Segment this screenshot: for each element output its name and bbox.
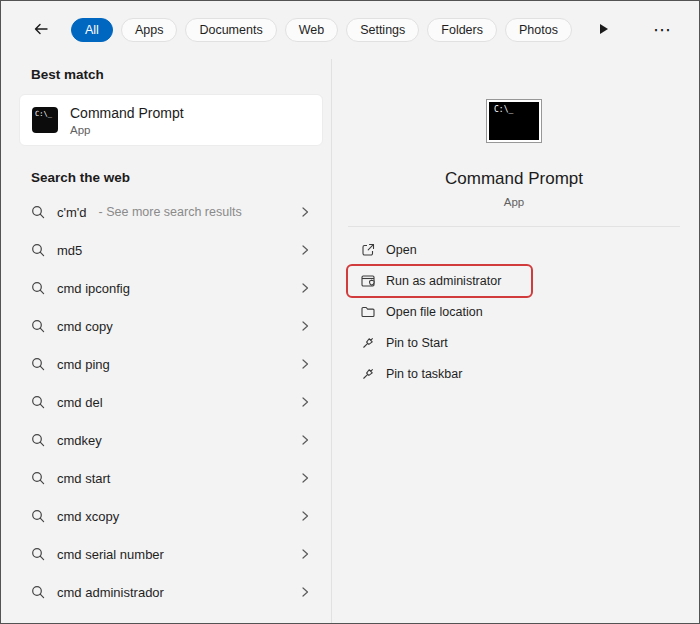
suggestion-text: c'm'd: [57, 205, 87, 220]
tab-folders[interactable]: Folders: [427, 18, 497, 43]
tab-settings[interactable]: Settings: [346, 18, 419, 43]
suggestion-text: cmdkey: [57, 433, 102, 448]
action-pin-to-taskbar[interactable]: Pin to taskbar: [348, 359, 474, 389]
action-open-file-location[interactable]: Open file location: [348, 297, 495, 327]
search-suggestion[interactable]: cmd copy: [19, 307, 323, 345]
suggestion-text: cmd ping: [57, 357, 110, 372]
search-suggestion[interactable]: cmd administrador: [19, 573, 323, 611]
filter-tabs: All Apps Documents Web Settings Folders …: [71, 18, 572, 43]
action-label: Pin to Start: [386, 336, 448, 350]
action-label: Run as administrator: [386, 274, 501, 288]
search-icon: [31, 243, 45, 257]
search-icon: [31, 471, 45, 485]
pin-icon: [360, 335, 376, 351]
best-match-item[interactable]: C:\_ Command Prompt App: [19, 94, 323, 146]
divider: [348, 226, 680, 227]
search-suggestion[interactable]: md5: [19, 231, 323, 269]
command-prompt-icon: C:\_: [32, 107, 58, 133]
search-suggestion[interactable]: cmdkey: [19, 421, 323, 459]
tab-all[interactable]: All: [71, 18, 113, 43]
chevron-right-icon: [299, 206, 311, 218]
tab-documents[interactable]: Documents: [185, 18, 276, 43]
web-suggestions-list: c'm'd - See more search results md5 cmd …: [19, 193, 323, 611]
app-subtitle: App: [332, 196, 696, 208]
suggestion-suffix: - See more search results: [99, 205, 242, 219]
search-suggestion[interactable]: cmd ipconfig: [19, 269, 323, 307]
action-label: Open file location: [386, 305, 483, 319]
open-icon: [360, 242, 376, 258]
action-open[interactable]: Open: [348, 235, 429, 265]
back-button[interactable]: [27, 17, 55, 44]
search-suggestion[interactable]: cmd xcopy: [19, 497, 323, 535]
tab-photos[interactable]: Photos: [505, 18, 572, 43]
suggestion-text: cmd serial number: [57, 547, 164, 562]
best-match-subtitle: App: [70, 124, 184, 136]
chevron-right-icon: [299, 358, 311, 370]
folder-icon: [360, 304, 376, 320]
search-icon: [31, 205, 45, 219]
action-label: Pin to taskbar: [386, 367, 462, 381]
app-title: Command Prompt: [332, 169, 696, 189]
suggestion-text: cmd del: [57, 395, 103, 410]
search-suggestion[interactable]: cmd serial number: [19, 535, 323, 573]
chevron-right-icon: [299, 282, 311, 294]
suggestion-text: cmd ipconfig: [57, 281, 130, 296]
tab-apps[interactable]: Apps: [121, 18, 178, 43]
chevron-right-icon: [299, 586, 311, 598]
preview-toggle-button[interactable]: [595, 19, 613, 42]
chevron-right-icon: [299, 472, 311, 484]
search-icon: [31, 357, 45, 371]
preview-panel: C:\_ Command Prompt App Open Run as admi…: [332, 59, 696, 623]
app-actions-list: Open Run as administrator Open file loca…: [332, 235, 696, 390]
best-match-text: Command Prompt App: [70, 105, 184, 136]
back-arrow-icon: [33, 21, 49, 40]
search-window: All Apps Documents Web Settings Folders …: [0, 0, 700, 624]
more-options-button[interactable]: ⋯: [649, 21, 675, 39]
pin-icon: [360, 366, 376, 382]
best-match-title: Command Prompt: [70, 105, 184, 121]
search-icon: [31, 509, 45, 523]
chevron-right-icon: [299, 396, 311, 408]
search-icon: [31, 281, 45, 295]
best-match-heading: Best match: [31, 67, 323, 82]
chevron-right-icon: [299, 510, 311, 522]
action-run-as-administrator[interactable]: Run as administrator: [348, 266, 531, 296]
search-suggestion[interactable]: cmd start: [19, 459, 323, 497]
search-suggestion[interactable]: c'm'd - See more search results: [19, 193, 323, 231]
search-header: All Apps Documents Web Settings Folders …: [1, 1, 699, 59]
suggestion-text: cmd administrador: [57, 585, 164, 600]
command-prompt-icon-large: C:\_: [486, 99, 542, 143]
search-suggestion[interactable]: cmd ping: [19, 345, 323, 383]
suggestion-text: md5: [57, 243, 82, 258]
play-icon: [599, 23, 609, 38]
search-icon: [31, 319, 45, 333]
suggestion-text: cmd copy: [57, 319, 113, 334]
tab-web[interactable]: Web: [285, 18, 338, 43]
chevron-right-icon: [299, 548, 311, 560]
suggestion-text: cmd start: [57, 471, 110, 486]
ellipsis-icon: ⋯: [653, 20, 671, 40]
action-label: Open: [386, 243, 417, 257]
results-column: Best match C:\_ Command Prompt App Searc…: [19, 67, 323, 611]
search-icon: [31, 433, 45, 447]
action-pin-to-start[interactable]: Pin to Start: [348, 328, 460, 358]
search-web-heading: Search the web: [31, 170, 323, 185]
search-icon: [31, 395, 45, 409]
chevron-right-icon: [299, 244, 311, 256]
chevron-right-icon: [299, 434, 311, 446]
search-suggestion[interactable]: cmd del: [19, 383, 323, 421]
chevron-right-icon: [299, 320, 311, 332]
suggestion-text: cmd xcopy: [57, 509, 119, 524]
search-icon: [31, 547, 45, 561]
search-icon: [31, 585, 45, 599]
run-as-admin-icon: [360, 273, 376, 289]
